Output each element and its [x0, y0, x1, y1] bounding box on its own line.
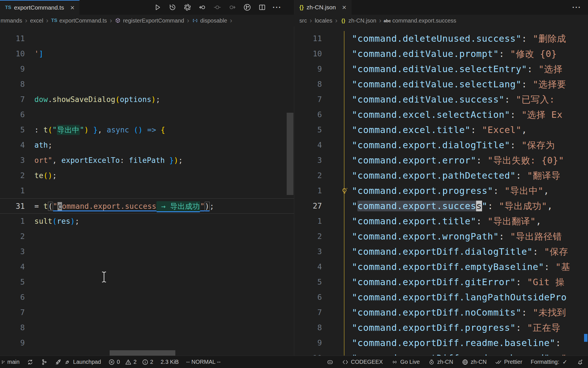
code-line[interactable]: 8 [0, 320, 294, 335]
breadcrumb-item[interactable]: abccommand.export.success [384, 17, 456, 24]
code-line[interactable]: 6 [0, 290, 294, 305]
breadcrumb-item[interactable]: disposable [192, 17, 227, 24]
statusbar-item-i18n-locale[interactable]: zh-CN [428, 356, 453, 368]
run-icon[interactable] [154, 3, 162, 11]
code-line[interactable]: 1sult(res); [0, 214, 294, 229]
code-line[interactable]: 2"command.export.wrongPath": "导出路径错 [294, 229, 588, 244]
code-line[interactable]: 7"command.exportDiff.noCommits": "未找到 [294, 305, 588, 320]
close-icon[interactable]: × [342, 4, 346, 11]
statusbar-item-go-live[interactable]: Go Live [391, 356, 420, 368]
close-icon[interactable]: × [70, 4, 74, 11]
nav-back-icon[interactable] [198, 3, 206, 11]
git-graph-icon[interactable] [243, 3, 251, 11]
line-number: 4 [0, 259, 30, 274]
code-line[interactable]: 10"command.exportDiff.readme.changed": " [294, 351, 588, 356]
breadcrumb-item[interactable]: locales [315, 17, 332, 24]
breadcrumb-item[interactable]: src [299, 17, 307, 24]
code-line[interactable]: 27"command.export.success": "导出成功", [294, 198, 588, 214]
statusbar-label: main [7, 359, 19, 365]
code-line[interactable]: 6"command.exportDiff.langPathOutsidePro [294, 290, 588, 305]
statusbar-item-file-size[interactable]: 2.3 KiB [161, 356, 179, 368]
code-line[interactable]: 5 [0, 274, 294, 290]
code-line[interactable]: 8"command.editValue.selectLang": "选择要 [294, 77, 588, 92]
code-line[interactable]: 8"command.exportDiff.progress": "正在导 [294, 320, 588, 335]
nav-circle-icon[interactable] [213, 3, 221, 11]
code-text: "command.excel.selectAction": "选择 Ex [352, 107, 563, 122]
code-line[interactable]: 7dow.showSaveDialog(options); [0, 92, 294, 107]
statusbar-item-formatting[interactable]: Formatting:✓ [531, 356, 568, 368]
breadcrumb-item[interactable]: {}zh-CN.json [340, 17, 376, 24]
statusbar-item-vim-mode[interactable]: -- NORMAL -- [186, 356, 221, 368]
code-line[interactable]: 7 [0, 305, 294, 320]
code-line[interactable]: 1"command.export.progress": "导出中", [294, 183, 588, 198]
history-icon[interactable] [169, 3, 176, 11]
statusbar-item-launchpad[interactable]: Launchpad [55, 356, 101, 368]
code-line[interactable]: 3ort", exportExcelTo: filePath }); [0, 153, 294, 168]
statusbar-item-sync[interactable] [27, 356, 34, 368]
code-text: "command.export.title": "导出翻译", [352, 214, 541, 229]
statusbar-label: 2.3 KiB [161, 359, 179, 365]
code-line[interactable]: 3"command.exportDiff.dialogTitle": "保存 [294, 244, 588, 259]
line-number: 6 [0, 290, 30, 305]
vertical-scrollbar[interactable] [287, 113, 293, 195]
lightbulb-sparkle-icon[interactable] [339, 183, 350, 198]
line-number: 5 [294, 122, 328, 138]
code-text: "command.editValue.prompt": "修改 {0} [352, 46, 557, 61]
more-icon[interactable]: ··· [573, 3, 581, 11]
code-text: "command.exportDiff.noCommits": "未找到 [352, 305, 566, 320]
code-line[interactable]: 9"command.editValue.selectEntry": "选择 [294, 61, 588, 77]
code-line[interactable]: 6"command.excel.selectAction": "选择 Ex [294, 107, 588, 122]
code-line[interactable]: 7"command.editValue.success": "已写入: [294, 92, 588, 107]
tab-bar: TS exportCommand.ts × ··· {} zh-CN.json … [0, 0, 588, 15]
code-line[interactable]: 5: t("导出中") }, async () => { [0, 122, 294, 138]
breadcrumb-item[interactable]: mmands [1, 17, 22, 24]
statusbar-item-commit-graph[interactable] [41, 356, 48, 368]
code-line[interactable]: 2 [0, 229, 294, 244]
statusbar-item-branch[interactable]: main [1, 356, 19, 368]
code-line[interactable]: 6 [0, 107, 294, 122]
code-line[interactable]: 9 [0, 61, 294, 77]
code-line[interactable]: 8 [0, 77, 294, 92]
statusbar-item-prettier[interactable]: Prettier [495, 356, 522, 368]
breadcrumb-item[interactable]: excel [30, 17, 43, 24]
line-number: 7 [294, 92, 328, 107]
code-line[interactable]: 10'] [0, 46, 294, 61]
breadcrumb-item[interactable]: registerExportCommand [115, 17, 184, 24]
split-editor-icon[interactable] [258, 3, 266, 11]
code-line[interactable]: 31= t("command.export.success → 导出成功"); [0, 198, 294, 214]
horizontal-scrollbar[interactable] [110, 350, 175, 356]
code-line[interactable]: 11 [0, 31, 294, 46]
code-line[interactable]: 5"command.exportDiff.gitError": "Git 操 [294, 274, 588, 290]
statusbar-item-problems[interactable]: 022 [108, 356, 153, 368]
line-number: 7 [0, 305, 30, 320]
code-line[interactable]: 4ath; [0, 138, 294, 153]
statusbar-item-notifications[interactable] [577, 356, 583, 368]
code-line[interactable]: 9 [0, 335, 294, 351]
code-line[interactable]: 11"command.deleteUnused.success": "删除成 [294, 31, 588, 46]
code-line[interactable]: 3 [0, 244, 294, 259]
nav-forward-icon[interactable] [228, 3, 236, 11]
editor-pane-right[interactable]: 11"command.deleteUnused.success": "删除成10… [294, 26, 588, 356]
code-line[interactable]: 1 [0, 183, 294, 198]
code-line[interactable]: 10"command.editValue.prompt": "修改 {0} [294, 46, 588, 61]
code-line[interactable]: 5"command.excel.title": "Excel", [294, 122, 588, 138]
chevron-right-icon: › [25, 17, 27, 24]
code-line[interactable]: 9"command.exportDiff.readme.baseline": [294, 335, 588, 351]
code-line[interactable]: 2te(); [0, 168, 294, 183]
tab-zh-cn-json[interactable]: {} zh-CN.json × [294, 0, 352, 15]
sync-icon [27, 359, 34, 365]
code-line[interactable]: 4 [0, 259, 294, 274]
breadcrumb-item[interactable]: TSexportCommand.ts [51, 17, 107, 24]
openai-icon[interactable] [184, 3, 191, 11]
code-line[interactable]: 2"command.export.pathDetected": "翻译导 [294, 168, 588, 183]
editor-pane-left[interactable]: 1110']987dow.showSaveDialog(options);65:… [0, 26, 294, 356]
statusbar-item-display-language[interactable]: zh-CN [462, 356, 487, 368]
statusbar-item-codegeex[interactable]: CODEGEEX [342, 356, 383, 368]
code-line[interactable]: 1"command.export.title": "导出翻译", [294, 214, 588, 229]
statusbar-item-copilot[interactable] [327, 356, 333, 368]
code-line[interactable]: 4"command.export.dialogTitle": "保存为 [294, 138, 588, 153]
code-line[interactable]: 3"command.export.error": "导出失败: {0}" [294, 153, 588, 168]
more-icon[interactable]: ··· [273, 3, 281, 11]
code-line[interactable]: 4"command.exportDiff.emptyBaseline": "基 [294, 259, 588, 274]
tab-exportcommand-ts[interactable]: TS exportCommand.ts × [0, 0, 79, 15]
